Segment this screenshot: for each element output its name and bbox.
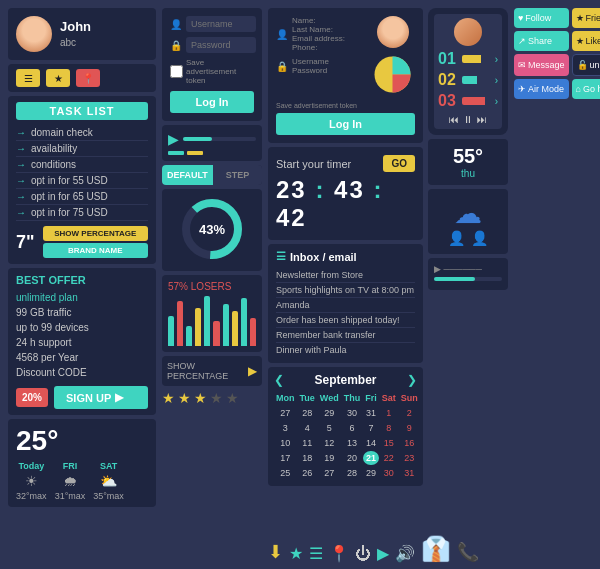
cal-cell[interactable]: 20	[342, 451, 363, 465]
prev-icon[interactable]: ⏮	[449, 114, 459, 125]
nav-icon-pin[interactable]: 📍	[76, 69, 100, 87]
airmode-button[interactable]: ✈ Air Mode	[514, 79, 569, 99]
nav-icon-star[interactable]: ★	[46, 69, 70, 87]
volume-icon-bottom[interactable]: 🔊	[395, 544, 415, 563]
cal-cell[interactable]: 10	[274, 436, 297, 450]
cal-cell[interactable]: 17	[274, 451, 297, 465]
arrow-icon: →	[16, 207, 26, 218]
cal-cell[interactable]: 30	[380, 466, 398, 480]
unlocked-button[interactable]: 🔓 unlocked	[572, 54, 600, 76]
download-icon[interactable]: ⬇	[268, 541, 283, 563]
rain-icon: 🌧	[55, 473, 86, 489]
play-icon-bottom[interactable]: ▶	[377, 544, 389, 563]
remember-checkbox[interactable]	[170, 65, 183, 78]
avatar	[16, 16, 52, 52]
cal-cell[interactable]: 26	[298, 466, 317, 480]
profile-sub: abc	[60, 36, 91, 50]
nav-icon-menu[interactable]: ☰	[16, 69, 40, 87]
cal-cell[interactable]: 3	[274, 421, 297, 435]
cal-cell[interactable]: 5	[318, 421, 341, 435]
cal-cell[interactable]: 31	[399, 466, 420, 480]
cal-next-button[interactable]: ❯	[407, 373, 417, 387]
cal-cell[interactable]: 28	[298, 406, 317, 420]
cal-cell[interactable]: 28	[342, 466, 363, 480]
next-icon[interactable]: ⏭	[477, 114, 487, 125]
cal-cell[interactable]: 1	[380, 406, 398, 420]
cal-cell[interactable]: 22	[380, 451, 398, 465]
pause-icon[interactable]: ⏸	[463, 114, 473, 125]
losers-label: 57% LOSERS	[168, 281, 256, 292]
signup-button[interactable]: SIGN UP ▶	[54, 386, 148, 409]
task-list-section: TASK LIST → domain check → availability …	[8, 96, 156, 264]
star-1[interactable]: ★	[162, 390, 175, 406]
power-icon-bottom[interactable]: ⏻	[355, 545, 371, 563]
cal-cell[interactable]: 25	[274, 466, 297, 480]
login-button-2[interactable]: Log In	[276, 113, 415, 135]
tab-default[interactable]: DEFAULT	[162, 165, 213, 185]
volume-bar	[434, 277, 502, 281]
cal-prev-button[interactable]: ❮	[274, 373, 284, 387]
cal-cell[interactable]: 14	[363, 436, 379, 450]
gohome-button[interactable]: ⌂ Go home	[572, 79, 600, 99]
cal-cell[interactable]: 16	[399, 436, 420, 450]
play-icon[interactable]: ▶	[168, 131, 179, 147]
username-field-2: 🔒 Username Password	[276, 57, 362, 75]
cal-cell[interactable]: 8	[380, 421, 398, 435]
brand-name-btn[interactable]: BRAND NAME	[43, 243, 148, 258]
pin-icon-bottom[interactable]: 📍	[329, 544, 349, 563]
cal-cell[interactable]: 29	[318, 406, 341, 420]
cal-cell[interactable]: 27	[318, 466, 341, 480]
star-icon-bottom[interactable]: ★	[289, 544, 303, 563]
phone-icon-bottom[interactable]: 📞	[457, 541, 479, 563]
offer-item-3: up to 99 devices	[16, 320, 148, 335]
cal-cell[interactable]: 13	[342, 436, 363, 450]
username-input[interactable]	[186, 16, 256, 32]
menu-icon-bottom[interactable]: ☰	[309, 544, 323, 563]
go-button[interactable]: GO	[383, 155, 415, 172]
cal-today[interactable]: 21	[363, 451, 379, 465]
temp-right-section: 55° thu	[428, 139, 508, 185]
playback-controls: ⏮ ⏸ ⏭	[438, 114, 498, 125]
cal-cell[interactable]: 7	[363, 421, 379, 435]
star-5[interactable]: ★	[226, 390, 239, 406]
offer-item-4: 24 h support	[16, 335, 148, 350]
follow-button[interactable]: ♥ Follow	[514, 8, 569, 28]
cal-cell[interactable]: 6	[342, 421, 363, 435]
like-button[interactable]: ★ Like it	[572, 31, 600, 51]
star-4[interactable]: ★	[210, 390, 223, 406]
cal-cell[interactable]: 15	[380, 436, 398, 450]
cal-cell[interactable]: 18	[298, 451, 317, 465]
cal-cell[interactable]: 4	[298, 421, 317, 435]
tab-step[interactable]: STEP	[213, 165, 262, 185]
progress-fill	[183, 137, 212, 141]
cal-day-mon: Mon	[274, 391, 297, 405]
password-field: 🔒	[170, 37, 254, 53]
cal-cell[interactable]: 23	[399, 451, 420, 465]
show-percentage-btn[interactable]: SHOW PERCENTAGE	[43, 226, 148, 241]
arrow-icon: →	[16, 159, 26, 170]
email-item-1: Newsletter from Store	[276, 268, 415, 283]
cal-cell[interactable]: 2	[399, 406, 420, 420]
cal-cell[interactable]: 12	[318, 436, 341, 450]
cal-cell[interactable]: 9	[399, 421, 420, 435]
right-panel: ♥ Follow ★ Friends ↗ Share ★ Like it ✉ M…	[514, 8, 592, 103]
weather-today: Today ☀ 32°max	[16, 461, 47, 501]
arrow-icon: →	[16, 143, 26, 154]
cal-cell[interactable]: 19	[318, 451, 341, 465]
star-3[interactable]: ★	[194, 390, 207, 406]
star-2[interactable]: ★	[178, 390, 191, 406]
losers-section: 57% LOSERS	[162, 275, 262, 352]
cal-cell[interactable]: 27	[274, 406, 297, 420]
password-input[interactable]	[186, 37, 256, 53]
weather-section: 25° Today ☀ 32°max FRI 🌧 31°max SAT ⛅ 35…	[8, 419, 156, 507]
cal-cell[interactable]: 31	[363, 406, 379, 420]
cal-cell[interactable]: 30	[342, 406, 363, 420]
calendar-header: ❮ September ❯	[274, 373, 417, 387]
friends-button[interactable]: ★ Friends	[572, 8, 600, 28]
login-button[interactable]: Log In	[170, 91, 254, 113]
cal-cell[interactable]: 29	[363, 466, 379, 480]
message-button[interactable]: ✉ Message	[514, 54, 569, 76]
share-button[interactable]: ↗ Share	[514, 31, 569, 51]
cal-cell[interactable]: 11	[298, 436, 317, 450]
gauge-section: 43%	[162, 189, 262, 271]
